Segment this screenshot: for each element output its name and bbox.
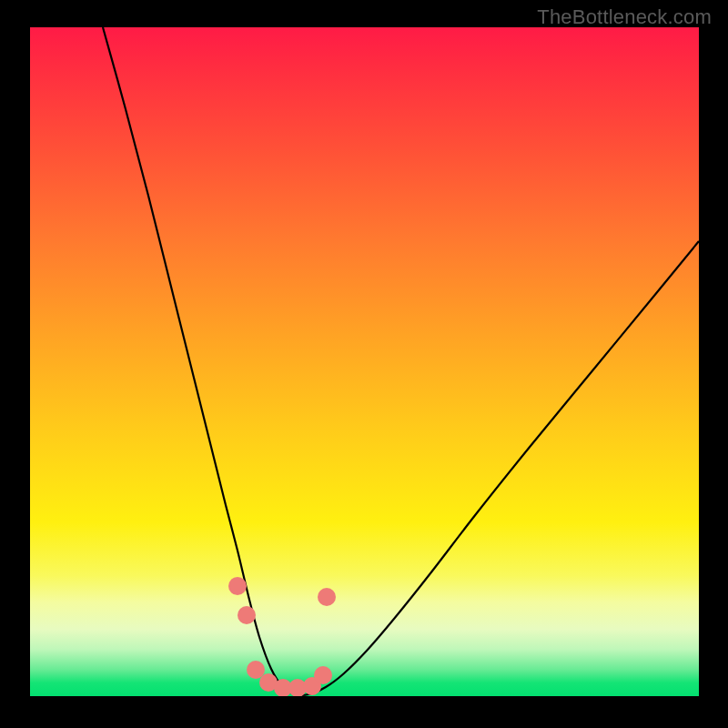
marker-dot [238, 606, 256, 624]
watermark-text: TheBottleneck.com [537, 5, 712, 29]
bottleneck-curve [103, 27, 699, 695]
marker-dot [314, 666, 332, 684]
marker-dot [318, 588, 336, 606]
marker-dot [228, 577, 247, 595]
marker-cluster [228, 577, 336, 696]
plot-area [30, 27, 699, 696]
chart-svg [30, 27, 699, 696]
curve-layer [103, 27, 699, 695]
chart-frame: TheBottleneck.com [0, 0, 728, 728]
